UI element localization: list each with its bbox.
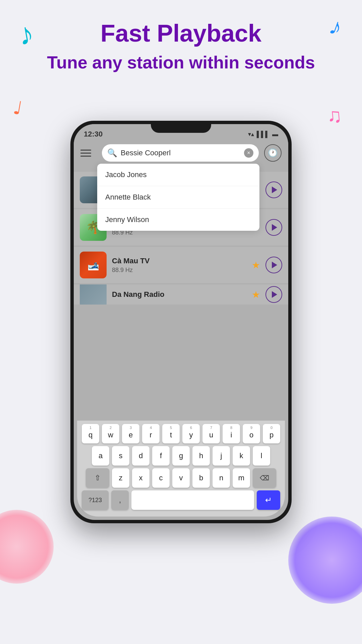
key-u[interactable]: 7 u xyxy=(202,424,220,443)
autocomplete-item-label: Jacob Jones xyxy=(105,170,147,179)
autocomplete-item-annette-black[interactable]: Annette Black xyxy=(97,186,259,209)
key-l[interactable]: l xyxy=(253,446,270,466)
key-c[interactable]: c xyxy=(152,468,170,488)
autocomplete-item-label: Jenny Wilson xyxy=(105,215,149,224)
page-subtitle: Tune any station within seconds xyxy=(0,52,362,73)
backspace-button[interactable]: ⌫ xyxy=(253,468,276,488)
station-info-danang: Da Nang Radio xyxy=(112,290,246,299)
clear-search-button[interactable]: × xyxy=(244,148,253,158)
key-b[interactable]: b xyxy=(192,468,210,488)
menu-button[interactable] xyxy=(80,145,97,161)
header-area: Fast Playback Tune any station within se… xyxy=(0,0,362,80)
play-icon-hanoi xyxy=(272,186,277,193)
station-thumbnail-camau: 🎿 xyxy=(80,252,107,278)
app-header: 🔍 Bessie Cooperl × 🕐 xyxy=(74,141,288,165)
key-p[interactable]: 0 p xyxy=(263,424,280,443)
shift-icon: ⇧ xyxy=(95,474,101,482)
bg-blob-right xyxy=(288,517,362,604)
phone-mockup: 12:30 ▾▴ ▌▌▌ ▬ 🔍 Bessie Cooperl xyxy=(70,121,292,523)
station-item-camau[interactable]: 🎿 Cà Mau TV 88.9 Hz ★ xyxy=(74,247,288,283)
status-icons: ▾▴ ▌▌▌ ▬ xyxy=(248,130,278,138)
phone-frame: 12:30 ▾▴ ▌▌▌ ▬ 🔍 Bessie Cooperl xyxy=(70,121,292,523)
play-button-camau[interactable] xyxy=(265,257,282,273)
comma-button[interactable]: , xyxy=(111,490,129,510)
battery-icon: ▬ xyxy=(272,131,278,138)
key-i[interactable]: 8 i xyxy=(223,424,240,443)
phone-notch xyxy=(151,121,211,133)
thumb-danang-bg xyxy=(80,284,107,305)
key-d[interactable]: d xyxy=(132,446,149,466)
numbers-button[interactable]: ?123 xyxy=(82,490,109,510)
station-name-camau: Cà Mau TV xyxy=(112,257,246,265)
key-r[interactable]: 4 r xyxy=(142,424,160,443)
enter-icon: ↵ xyxy=(265,495,272,505)
play-icon-camau xyxy=(272,262,277,268)
shift-button[interactable]: ⇧ xyxy=(86,468,109,488)
favorite-button-camau[interactable]: ★ xyxy=(252,260,260,271)
backspace-icon: ⌫ xyxy=(260,474,269,482)
signal-icon: ▌▌▌ xyxy=(257,131,269,138)
play-button-hanoi[interactable] xyxy=(265,181,282,198)
pink-music-note-icon: ♫ xyxy=(326,103,343,128)
enter-button[interactable]: ↵ xyxy=(257,490,280,510)
clock-icon: 🕐 xyxy=(268,148,278,158)
hamburger-line-3 xyxy=(80,156,91,157)
search-input[interactable]: Bessie Cooperl xyxy=(121,149,241,157)
play-button-baria[interactable] xyxy=(265,219,282,236)
key-h[interactable]: h xyxy=(192,446,210,466)
numbers-label: ?123 xyxy=(88,497,102,504)
keyboard-row-1: 1 q 2 w 3 e 4 r xyxy=(77,424,285,443)
key-n[interactable]: n xyxy=(213,468,230,488)
hamburger-line-1 xyxy=(80,150,91,151)
keyboard: 1 q 2 w 3 e 4 r xyxy=(77,421,285,517)
keyboard-bottom-row: ?123 , ↵ xyxy=(77,490,285,510)
station-name-danang: Da Nang Radio xyxy=(112,290,246,299)
bg-blob-left xyxy=(0,510,54,584)
thumb-camau-bg: 🎿 xyxy=(80,252,107,278)
key-k[interactable]: k xyxy=(233,446,250,466)
space-button[interactable] xyxy=(131,490,254,510)
status-time: 12:30 xyxy=(84,130,103,139)
page-title: Fast Playback xyxy=(0,20,362,47)
clear-icon: × xyxy=(247,150,250,156)
key-t[interactable]: 5 t xyxy=(162,424,180,443)
play-button-danang[interactable] xyxy=(265,286,282,303)
key-e[interactable]: 3 e xyxy=(122,424,139,443)
key-z[interactable]: z xyxy=(112,468,129,488)
play-icon-danang xyxy=(272,291,277,298)
history-button[interactable]: 🕐 xyxy=(264,144,282,162)
hamburger-line-2 xyxy=(80,153,91,154)
keyboard-row-3: ⇧ z x c v b xyxy=(77,468,285,488)
favorite-button-danang[interactable]: ★ xyxy=(252,289,260,300)
play-icon-baria xyxy=(272,224,277,231)
key-q[interactable]: 1 q xyxy=(82,424,99,443)
key-f[interactable]: f xyxy=(152,446,170,466)
key-m[interactable]: m xyxy=(233,468,250,488)
search-icon: 🔍 xyxy=(107,148,117,158)
key-x[interactable]: x xyxy=(132,468,149,488)
key-g[interactable]: g xyxy=(172,446,190,466)
station-info-camau: Cà Mau TV 88.9 Hz xyxy=(112,257,246,274)
autocomplete-item-label: Annette Black xyxy=(105,193,151,201)
key-a[interactable]: a xyxy=(92,446,109,466)
comma-label: , xyxy=(119,496,121,504)
autocomplete-item-jenny-wilson[interactable]: Jenny Wilson xyxy=(97,209,259,231)
key-s[interactable]: s xyxy=(112,446,129,466)
station-item-danang[interactable]: Da Nang Radio ★ xyxy=(74,284,288,305)
search-bar[interactable]: 🔍 Bessie Cooperl × xyxy=(102,144,259,162)
key-v[interactable]: v xyxy=(172,468,190,488)
station-thumbnail-danang xyxy=(80,284,107,305)
key-y[interactable]: 6 y xyxy=(182,424,200,443)
key-o[interactable]: 9 o xyxy=(243,424,260,443)
key-w[interactable]: 2 w xyxy=(102,424,119,443)
autocomplete-dropdown: Jacob Jones Annette Black Jenny Wilson xyxy=(97,164,259,231)
station-freq-camau: 88.9 Hz xyxy=(112,267,246,274)
wifi-icon: ▾▴ xyxy=(248,130,254,138)
keyboard-row-2: a s d f g h xyxy=(77,446,285,466)
autocomplete-item-jacob-jones[interactable]: Jacob Jones xyxy=(97,164,259,186)
phone-screen: 12:30 ▾▴ ▌▌▌ ▬ 🔍 Bessie Cooperl xyxy=(74,124,288,520)
orange-music-note-icon: ♩ xyxy=(12,97,24,119)
key-j[interactable]: j xyxy=(213,446,230,466)
